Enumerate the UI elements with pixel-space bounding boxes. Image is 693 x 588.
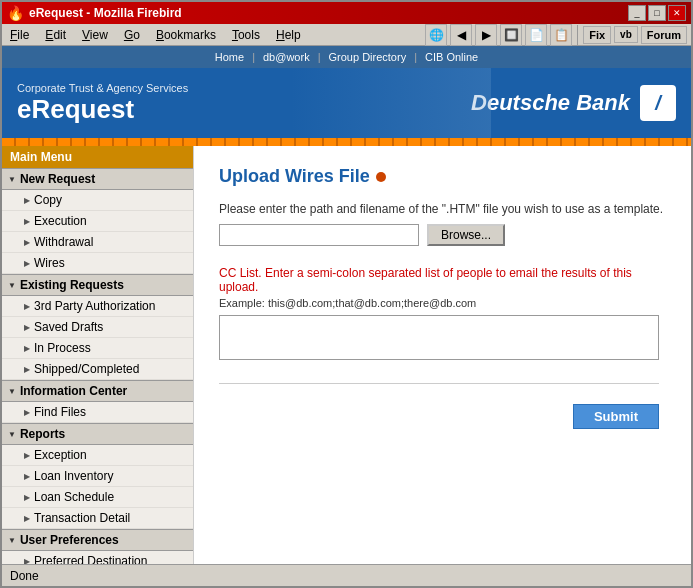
sidebar-section-title-user-preferences[interactable]: User Preferences (2, 529, 193, 551)
nav-sep-3: | (414, 51, 417, 63)
status-text: Done (10, 569, 39, 583)
sidebar-item-3rd-party[interactable]: 3rd Party Authorization (2, 296, 193, 317)
cc-input[interactable] (219, 315, 659, 360)
sidebar-item-shipped-completed[interactable]: Shipped/Completed (2, 359, 193, 380)
sidebar-section-new-request: New Request Copy Execution Withdrawal Wi… (2, 168, 193, 274)
title-bar: 🔥 eRequest - Mozilla Firebird _ □ ✕ (2, 2, 691, 24)
sidebar-section-user-preferences: User Preferences Preferred Destination P… (2, 529, 193, 564)
form-divider (219, 383, 659, 384)
sidebar-item-copy[interactable]: Copy (2, 190, 193, 211)
nav-stop-button[interactable]: 🔲 (500, 24, 522, 46)
header-branding: Corporate Trust & Agency Services eReque… (17, 82, 188, 125)
menu-bar: File Edit View Go Bookmarks Tools Help 🌐… (2, 24, 691, 46)
site-header: Corporate Trust & Agency Services eReque… (2, 68, 691, 138)
nav-cib-online[interactable]: CIB Online (425, 51, 478, 63)
browser-icon: 🔥 (7, 5, 24, 21)
submit-button[interactable]: Submit (573, 404, 659, 429)
minimize-button[interactable]: _ (628, 5, 646, 21)
header-bank-logo: Deutsche Bank / (471, 85, 676, 121)
header-title: eRequest (17, 94, 188, 125)
bank-icon: / (640, 85, 676, 121)
instruction-text: Please enter the path and filename of th… (219, 202, 666, 216)
nav-links-bar: Home | db@work | Group Directory | CIB O… (2, 46, 691, 68)
sidebar-item-execution[interactable]: Execution (2, 211, 193, 232)
sidebar-item-in-process[interactable]: In Process (2, 338, 193, 359)
header-background-decoration (291, 68, 491, 138)
forum-button[interactable]: Forum (641, 26, 687, 44)
nav-reload-button[interactable]: ▶ (475, 24, 497, 46)
sidebar-item-transaction-detail[interactable]: Transaction Detail (2, 508, 193, 529)
page-title-dot (376, 172, 386, 182)
sidebar-section-reports: Reports Exception Loan Inventory Loan Sc… (2, 423, 193, 529)
nav-sep-2: | (318, 51, 321, 63)
submit-row: Submit (219, 404, 659, 429)
toolbar-separator (577, 25, 578, 45)
menu-bookmarks[interactable]: Bookmarks (152, 27, 220, 43)
cc-example: Example: this@db.com;that@db.com;there@d… (219, 297, 666, 309)
menu-view[interactable]: View (78, 27, 112, 43)
content-area: Main Menu New Request Copy Execution Wit… (2, 146, 691, 564)
menu-go[interactable]: Go (120, 27, 144, 43)
vb-button[interactable]: vb (614, 26, 638, 43)
sidebar-section-title-new-request[interactable]: New Request (2, 168, 193, 190)
nav-dbatwork[interactable]: db@work (263, 51, 310, 63)
main-panel: Upload Wires File Please enter the path … (194, 146, 691, 564)
orange-divider (2, 138, 691, 146)
page-title-text: Upload Wires File (219, 166, 370, 187)
menu-tools[interactable]: Tools (228, 27, 264, 43)
sidebar-item-find-files[interactable]: Find Files (2, 402, 193, 423)
page-title-row: Upload Wires File (219, 166, 666, 187)
header-subtitle: Corporate Trust & Agency Services (17, 82, 188, 94)
nav-group-directory[interactable]: Group Directory (329, 51, 407, 63)
sidebar-item-wires[interactable]: Wires (2, 253, 193, 274)
nav-sep-1: | (252, 51, 255, 63)
sidebar-section-information-center: Information Center Find Files (2, 380, 193, 423)
sidebar-section-title-existing-requests[interactable]: Existing Requests (2, 274, 193, 296)
window-title: eRequest - Mozilla Firebird (29, 6, 623, 20)
nav-home[interactable]: Home (215, 51, 244, 63)
browser-window: 🔥 eRequest - Mozilla Firebird _ □ ✕ File… (0, 0, 693, 588)
toolbar-right: 🌐 ◀ ▶ 🔲 📄 📋 Fix vb Forum (425, 24, 687, 46)
file-input-row: Browse... (219, 224, 666, 246)
nav-icon2[interactable]: 📄 (525, 24, 547, 46)
sidebar-header: Main Menu (2, 146, 193, 168)
sidebar-item-withdrawal[interactable]: Withdrawal (2, 232, 193, 253)
maximize-button[interactable]: □ (648, 5, 666, 21)
cc-label: CC List. Enter a semi-colon separated li… (219, 266, 666, 294)
sidebar-item-preferred-destination[interactable]: Preferred Destination (2, 551, 193, 564)
sidebar: Main Menu New Request Copy Execution Wit… (2, 146, 194, 564)
nav-icon3[interactable]: 📋 (550, 24, 572, 46)
sidebar-section-title-reports[interactable]: Reports (2, 423, 193, 445)
status-bar: Done (2, 564, 691, 586)
file-path-input[interactable] (219, 224, 419, 246)
sidebar-section-title-information-center[interactable]: Information Center (2, 380, 193, 402)
sidebar-item-loan-inventory[interactable]: Loan Inventory (2, 466, 193, 487)
browse-button[interactable]: Browse... (427, 224, 505, 246)
menu-edit[interactable]: Edit (41, 27, 70, 43)
sidebar-section-existing-requests: Existing Requests 3rd Party Authorizatio… (2, 274, 193, 380)
sidebar-item-loan-schedule[interactable]: Loan Schedule (2, 487, 193, 508)
menu-file[interactable]: File (6, 27, 33, 43)
bank-name: Deutsche Bank (471, 90, 630, 116)
sidebar-item-saved-drafts[interactable]: Saved Drafts (2, 317, 193, 338)
nav-back-button[interactable]: 🌐 (425, 24, 447, 46)
sidebar-item-exception[interactable]: Exception (2, 445, 193, 466)
nav-forward-button[interactable]: ◀ (450, 24, 472, 46)
window-controls: _ □ ✕ (628, 5, 686, 21)
fix-button[interactable]: Fix (583, 26, 611, 44)
close-button[interactable]: ✕ (668, 5, 686, 21)
menu-help[interactable]: Help (272, 27, 305, 43)
